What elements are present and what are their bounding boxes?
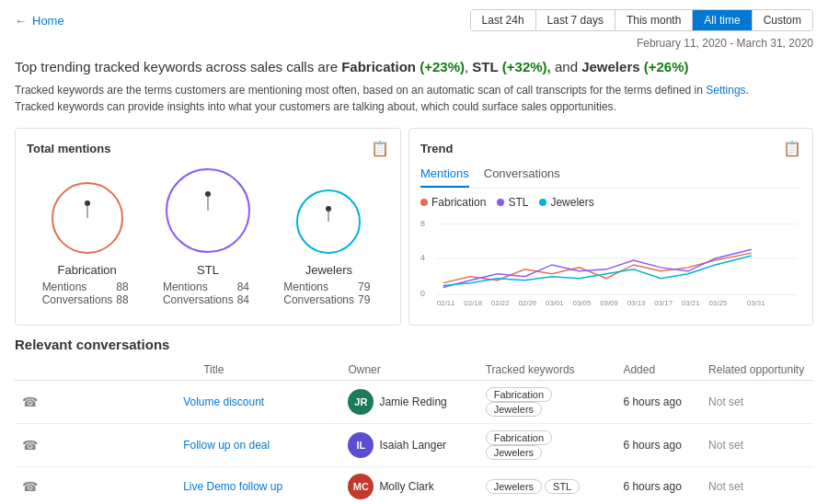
total-mentions-panel: Total mentions 📋 Fabrication Mentions88 [15,128,401,326]
legend-label-fabrication: Fabrication [431,196,486,209]
svg-text:4: 4 [420,253,425,262]
circle-stl: STL Mentions84 Conversations84 [163,166,253,306]
conversations-section: Relevant conversations Title Owner Track… [0,333,828,504]
row-owner: MCMolly Clark [340,467,477,505]
circles-row: Fabrication Mentions88 Conversations88 [27,166,389,306]
col-added: Added [615,360,701,381]
row-title: Live Demo follow up [176,467,340,505]
col-opportunity: Related opportunity [701,360,813,381]
circle-jewelers: Jewelers Mentions79 Conversations79 [283,189,374,306]
legend-stl: STL [497,196,528,209]
kw2: STL [472,59,498,74]
row-title: Volume discount [176,381,340,424]
table-header-row: Title Owner Tracked keywords Added Relat… [15,360,813,381]
tab-mentions[interactable]: Mentions [420,166,469,188]
svg-text:03/09: 03/09 [600,299,618,306]
circle-fabrication: Fabrication Mentions88 Conversations88 [42,181,132,306]
legend-jewelers: Jewelers [539,196,593,209]
jewelers-circle-svg [295,189,362,255]
row-opportunity: Not set [701,424,813,467]
stl-circle-svg [164,166,252,255]
row-owner: ILIsaiah Langer [340,424,477,467]
conversations-table: Title Owner Tracked keywords Added Relat… [15,360,813,504]
filter-last24h[interactable]: Last 24h [471,10,536,30]
kw1: Fabrication [341,59,416,74]
legend-dot-fabrication [420,199,428,206]
jewelers-label: Jewelers [305,263,352,277]
col-owner: Owner [340,360,477,381]
filter-custom[interactable]: Custom [753,10,812,30]
svg-text:03/05: 03/05 [573,299,592,306]
row-keywords: JewelersSTL [478,467,616,505]
back-arrow-icon: ← [15,14,27,28]
table-row[interactable]: ☎Live Demo follow upMCMolly ClarkJeweler… [15,467,813,505]
fabrication-label: Fabrication [58,263,117,277]
col-title [15,360,176,381]
phone-icon: ☎ [15,467,176,505]
kw1-pct: (+23%) [420,59,465,74]
phone-icon: ☎ [15,381,176,424]
svg-text:02/11: 02/11 [437,299,455,306]
row-keywords: FabricationJewelers [478,381,616,424]
svg-text:03/21: 03/21 [682,299,700,306]
fabrication-circle-svg [51,181,124,255]
svg-text:02/22: 02/22 [491,299,510,306]
col-keywords: Tracked keywords [478,360,616,381]
page-header: ← Home Last 24h Last 7 days This month A… [0,0,828,37]
mentions-copy-icon[interactable]: 📋 [371,140,389,157]
conversations-table-wrap: Title Owner Tracked keywords Added Relat… [15,360,813,504]
col-title-header: Title [176,360,340,381]
row-added: 6 hours ago [615,381,701,424]
back-label: Home [32,14,64,28]
row-keywords: FabricationJewelers [478,424,616,467]
table-row[interactable]: ☎Volume discountJRJamie RedingFabricatio… [15,381,813,424]
row-title: Follow up on deal [176,424,340,467]
svg-text:03/17: 03/17 [654,299,673,306]
description: Tracked keywords are the terms customers… [15,82,813,115]
title-section: Top trending tracked keywords across sal… [0,53,828,120]
tab-conversations[interactable]: Conversations [484,166,560,188]
legend-label-jewelers: Jewelers [550,196,593,209]
back-link[interactable]: ← Home [15,14,64,28]
panel-header-trend: Trend 📋 [420,140,801,157]
svg-text:8: 8 [420,219,425,228]
row-owner: JRJamie Reding [340,381,477,424]
desc-line2: Tracked keywords can provide insights in… [15,100,616,113]
stl-label: STL [197,263,219,277]
phone-icon: ☎ [15,424,176,467]
svg-text:03/25: 03/25 [708,299,727,306]
legend-fabrication: Fabrication [420,196,486,209]
date-range: February 11, 2020 - March 31, 2020 [0,37,828,53]
time-filter-group: Last 24h Last 7 days This month All time… [470,9,813,31]
svg-text:02/26: 02/26 [518,299,536,306]
kw3: Jewelers [581,59,639,74]
legend-dot-stl [497,199,504,206]
main-title: Top trending tracked keywords across sal… [15,57,813,76]
row-added: 6 hours ago [615,424,701,467]
svg-text:0: 0 [420,289,425,298]
trend-panel-title: Trend [420,142,453,155]
filter-alltime[interactable]: All time [693,10,752,30]
row-opportunity: Not set [701,467,813,505]
kw3-pct: (+26%) [644,59,689,74]
mentions-panel-title: Total mentions [27,142,110,155]
trend-legend: Fabrication STL Jewelers [420,196,801,209]
conversations-title: Relevant conversations [15,337,813,352]
row-opportunity: Not set [701,381,813,424]
kw2-pct: (+32%), [502,59,551,74]
jewelers-stats: Mentions79 Conversations79 [283,281,374,306]
panels-row: Total mentions 📋 Fabrication Mentions88 [0,120,828,333]
fabrication-stats: Mentions88 Conversations88 [42,281,132,306]
table-row[interactable]: ☎Follow up on dealILIsaiah LangerFabrica… [15,424,813,467]
settings-link[interactable]: Settings [706,84,745,97]
legend-dot-jewelers [539,199,546,206]
filter-thismonth[interactable]: This month [615,10,693,30]
legend-label-stl: STL [508,196,528,209]
filter-last7days[interactable]: Last 7 days [536,10,615,30]
svg-text:03/13: 03/13 [627,299,646,306]
stl-stats: Mentions84 Conversations84 [163,281,253,306]
trend-tabs: Mentions Conversations [420,166,801,189]
svg-text:03/01: 03/01 [546,299,564,306]
trend-panel: Trend 📋 Mentions Conversations Fabricati… [408,128,813,326]
trend-copy-icon[interactable]: 📋 [783,140,801,157]
